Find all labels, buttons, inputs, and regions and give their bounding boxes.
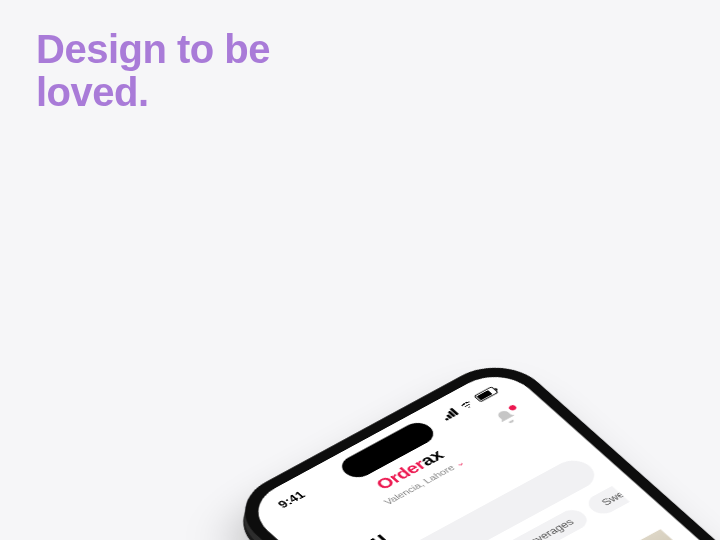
signal-icon (439, 407, 459, 421)
battery-icon (473, 386, 498, 402)
phone-mockup: 9:41 Orderax Valencia, Lahore ⌄ (223, 352, 720, 540)
wifi-icon (457, 398, 477, 411)
status-time: 9:41 (275, 489, 309, 511)
popular-card[interactable]: Spicy V 🔥 140 cal (713, 529, 720, 540)
marketing-tagline: Design to be loved. (36, 28, 270, 114)
category-chip-sweet[interactable]: Sweet (583, 486, 630, 518)
food-image (713, 529, 720, 540)
